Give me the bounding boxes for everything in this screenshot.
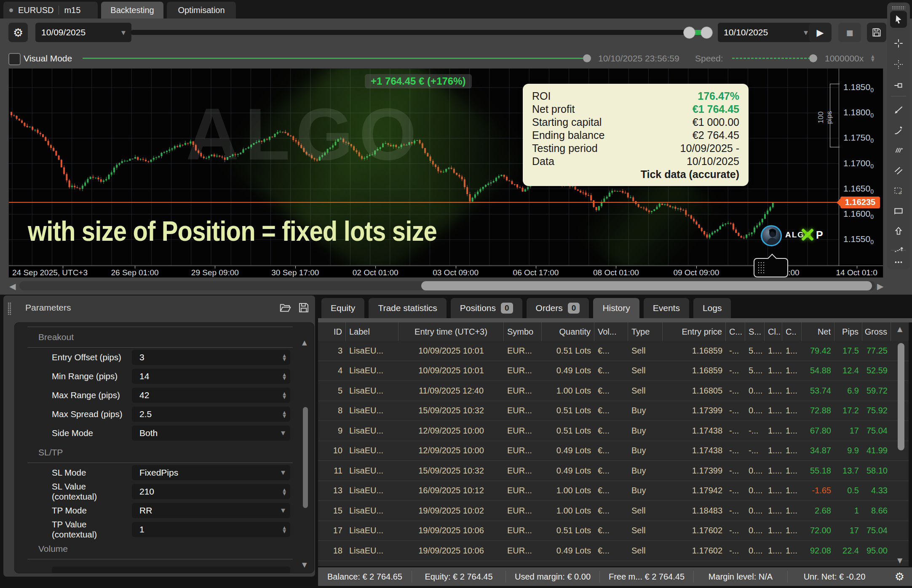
params-scrollbar-thumb[interactable]	[303, 407, 308, 508]
cell-quantity: 0.49 Lots	[542, 446, 594, 455]
table-row[interactable]: 15LisaEU...19/09/2025 10:02EUR...1.00 Lo…	[318, 501, 909, 521]
table-row[interactable]: 11LisaEU...15/09/2025 10:32EUR...0.49 Lo…	[318, 461, 909, 481]
parameter-stepper[interactable]: 3▲▼	[132, 350, 290, 365]
column-header[interactable]: Pips	[834, 322, 862, 341]
symbol-tab[interactable]: EURUSD m15	[3, 2, 98, 19]
tab-equity[interactable]: Equity	[321, 298, 364, 318]
progress-handle[interactable]	[583, 54, 591, 62]
parameter-stepper[interactable]: 210▲▼	[132, 484, 290, 499]
column-header[interactable]: C...	[726, 322, 745, 341]
parameter-stepper[interactable]: 1▲▼	[132, 522, 290, 537]
strip-grip-icon[interactable]	[892, 6, 905, 9]
table-row[interactable]: 17LisaEU...19/09/2025 10:06EUR...0.51 Lo…	[318, 521, 909, 541]
column-header[interactable]: ID	[318, 322, 346, 341]
parameter-select[interactable]: FixedPips▼	[132, 465, 290, 480]
tool-rectangle-icon[interactable]	[890, 204, 907, 218]
table-row[interactable]: 9LisaEU...12/09/2025 10:00EUR...0.51 Lot…	[318, 421, 909, 441]
tab-backtesting[interactable]: Backtesting	[101, 2, 163, 19]
table-scroll-down[interactable]: ▼	[897, 556, 902, 564]
column-header[interactable]: C..	[782, 322, 802, 341]
cell-entryprice: 1.16859	[663, 366, 726, 375]
chart-hscrollbar-thumb[interactable]	[421, 281, 872, 290]
speed-slider[interactable]	[732, 58, 810, 59]
current-bar-marker[interactable]	[754, 258, 788, 277]
table-row[interactable]: 13LisaEU...16/09/2025 10:12EUR...1.00 Lo…	[318, 481, 909, 501]
column-header[interactable]: Quantity	[542, 322, 594, 341]
stop-button[interactable]: ■	[838, 23, 861, 42]
column-header[interactable]: Cl..	[765, 322, 782, 341]
table-scroll-up[interactable]: ▲	[897, 325, 902, 333]
parameter-select[interactable]: RR▼	[132, 503, 290, 518]
table-row[interactable]: 18LisaEU...19/09/2025 10:06EUR...0.49 Lo…	[318, 541, 909, 561]
save-parameters-button[interactable]	[297, 301, 310, 314]
table-row[interactable]: 3LisaEU...10/09/2025 10:01EUR...0.51 Lot…	[318, 341, 909, 361]
tab-label: Equity	[331, 303, 355, 313]
table-row[interactable]: 4LisaEU...10/09/2025 10:01EUR...0.49 Lot…	[318, 361, 909, 381]
end-date-select[interactable]: 10/10/2025 ▼	[718, 23, 814, 42]
params-scroll-up[interactable]: ▲	[302, 339, 307, 346]
column-header[interactable]: Type	[628, 322, 663, 341]
tool-fibonacci-icon[interactable]: F	[890, 184, 907, 198]
tool-forecast-icon[interactable]	[890, 242, 907, 256]
history-table[interactable]: 3LisaEU...10/09/2025 10:01EUR...0.51 Lot…	[318, 341, 909, 566]
column-header[interactable]: Entry price	[663, 322, 726, 341]
tab-optimisation[interactable]: Optimisation	[167, 2, 236, 19]
column-header[interactable]: Label	[346, 322, 398, 341]
tool-pencil-icon[interactable]	[890, 123, 907, 137]
save-button[interactable]	[867, 23, 886, 42]
speed-spinner[interactable]: ▲▼	[871, 54, 875, 62]
tool-dot-crosshair-icon[interactable]	[890, 57, 907, 72]
roi-value: €2 764.45	[693, 129, 739, 142]
parameter-select[interactable]: Both▼	[132, 426, 290, 441]
chart-hscrollbar[interactable]	[19, 281, 875, 290]
column-header[interactable]: Net	[802, 322, 834, 341]
tool-price-marker-icon[interactable]	[890, 78, 907, 93]
parameter-stepper[interactable]: 42▲▼	[132, 388, 290, 403]
price-axis[interactable]: 1.185001.180001.175001.170001.165001.160…	[839, 69, 883, 266]
speed-handle[interactable]	[809, 54, 817, 62]
price-chart[interactable]: ALGO +1 764.45 € (+176%) ROI176.47%Net p…	[8, 68, 883, 278]
play-button[interactable]: ▶	[809, 23, 832, 42]
tool-more-icon[interactable]	[890, 255, 907, 269]
tool-crosshair-icon[interactable]	[890, 36, 907, 51]
tab-logs[interactable]: Logs	[693, 298, 731, 318]
tool-channel-icon[interactable]	[890, 163, 907, 178]
load-parameters-button[interactable]	[279, 301, 292, 314]
parameter-stepper[interactable]: 2.5▲▼	[132, 407, 290, 422]
cell-c: 1...	[782, 506, 802, 516]
settings-button[interactable]: ⚙	[8, 23, 28, 42]
tab-positions[interactable]: Positions0	[451, 298, 522, 318]
visual-mode-checkbox[interactable]	[8, 53, 21, 65]
parameters-panel: Parameters BreakoutEntry Offset (pips)3▲…	[3, 295, 315, 577]
tab-events[interactable]: Events	[644, 298, 689, 318]
tab-trade-statistics[interactable]: Trade statistics	[369, 298, 446, 318]
params-scroll-down[interactable]: ▼	[302, 561, 307, 569]
range-handle-right[interactable]	[701, 27, 713, 39]
tool-trend-line-icon[interactable]	[890, 103, 907, 117]
panel-grip-icon[interactable]	[8, 302, 11, 315]
tab-orders[interactable]: Orders0	[527, 298, 589, 318]
scroll-right-button[interactable]: ▶	[877, 281, 883, 291]
table-row[interactable]: 20LisaEU...22/09/2025 10:25EUR...0.51 Lo…	[318, 561, 909, 567]
tool-arrow-up-icon[interactable]	[890, 224, 907, 238]
table-scrollbar-thumb[interactable]	[898, 343, 904, 450]
column-header[interactable]: Vol...	[594, 322, 628, 341]
status-gear-icon[interactable]: ⚙	[895, 570, 904, 583]
tool-cursor-icon[interactable]	[890, 11, 907, 28]
scroll-left-button[interactable]: ◀	[9, 281, 16, 291]
column-header[interactable]: Gross	[862, 322, 891, 341]
column-header[interactable]: S...	[745, 322, 765, 341]
table-row[interactable]: 8LisaEU...15/09/2025 10:32EUR...0.51 Lot…	[318, 401, 909, 421]
table-row[interactable]: 10LisaEU...12/09/2025 10:00EUR...0.49 Lo…	[318, 441, 909, 461]
tab-history[interactable]: History	[593, 298, 639, 318]
time-axis[interactable]: 24 Sep 2025, UTC+326 Sep 01:0029 Sep 09:…	[9, 266, 883, 278]
period-range-slider[interactable]	[131, 30, 713, 35]
range-handle-left[interactable]	[683, 27, 695, 39]
column-header[interactable]: Symbo	[504, 322, 542, 341]
parameter-stepper[interactable]: 14▲▼	[132, 369, 290, 384]
column-header[interactable]: Entry time (UTC+3)	[398, 322, 504, 341]
cutoff-field[interactable]	[52, 567, 290, 573]
tool-pattern-icon[interactable]	[890, 143, 907, 157]
start-date-select[interactable]: 10/09/2025 ▼	[35, 23, 131, 42]
table-row[interactable]: 5LisaEU...11/09/2025 12:40EUR...1.00 Lot…	[318, 381, 909, 401]
